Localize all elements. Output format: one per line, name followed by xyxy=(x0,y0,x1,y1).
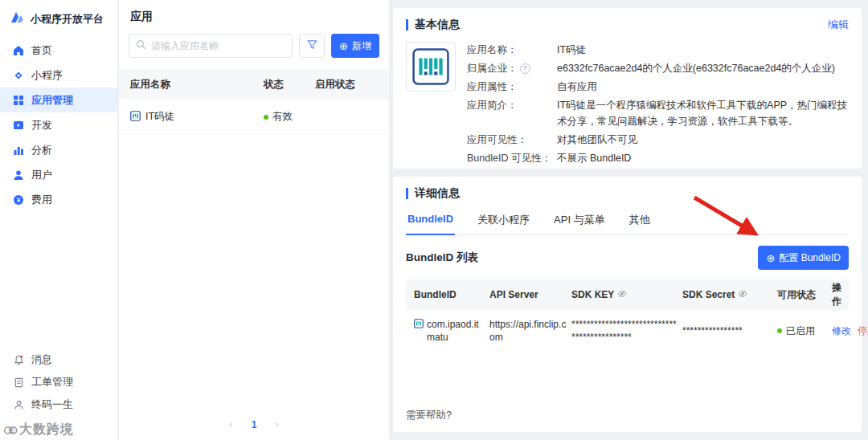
pagination: ‹ 1 › xyxy=(119,419,389,430)
configure-bundleid-button-label: 配置 BundleID xyxy=(779,251,841,265)
app-status: 有效 xyxy=(272,110,293,124)
tab-other[interactable]: 其他 xyxy=(628,209,652,234)
platform-name: 小程序开放平台 xyxy=(31,12,104,26)
app-search-input[interactable] xyxy=(151,40,285,51)
platform-logo: 小程序开放平台 xyxy=(0,0,117,38)
person-icon xyxy=(13,399,24,410)
sidebar-item-miniprogram[interactable]: 小程序 xyxy=(0,63,117,88)
column-sdk-key: SDK KEY xyxy=(571,289,678,301)
column-available-status: 可用状态 xyxy=(777,288,827,302)
dev-icon xyxy=(13,120,24,131)
edit-link[interactable]: 编辑 xyxy=(828,18,849,32)
sidebar-item-messages[interactable]: 消息 xyxy=(0,348,117,371)
sidebar-item-label: 费用 xyxy=(31,193,52,207)
bell-icon xyxy=(13,354,24,365)
pagination-page-1[interactable]: 1 xyxy=(252,419,257,430)
app-table-row[interactable]: IT码徒 有效 xyxy=(119,100,389,135)
bundleid-list-title: BundleID 列表 xyxy=(406,251,478,265)
sidebar-bottom-menu: 消息 工单管理 终码一生 xyxy=(0,348,117,416)
add-app-button-label: 新增 xyxy=(352,39,371,53)
tab-bundleid[interactable]: BundleID xyxy=(406,209,455,235)
watermark-text: 大数跨境 xyxy=(19,422,74,438)
status-dot xyxy=(264,115,268,120)
filter-button[interactable] xyxy=(299,34,325,58)
detail-panel: 基本信息 编辑 xyxy=(393,0,862,440)
sidebar-item-label: 分析 xyxy=(31,143,52,157)
column-api-server: API Server xyxy=(489,289,567,300)
app-list-panel: 应用 ⊕ 新增 应用名称 状态 启用状态 xyxy=(119,0,389,440)
sidebar-item-app-management[interactable]: 应用管理 xyxy=(0,88,117,112)
sdk-secret-value: **************** xyxy=(682,324,772,337)
panel-title: 应用 xyxy=(119,0,389,29)
field-label-desc: 应用简介： xyxy=(467,97,554,113)
sidebar-item-zhongma[interactable]: 终码一生 xyxy=(0,393,117,416)
basic-info-fields: 应用名称： IT码徒 归属企业：? e6332fc76acae2d4的个人企业(… xyxy=(467,42,849,169)
field-label-attr: 应用属性： xyxy=(467,79,554,95)
section-bar xyxy=(406,188,408,199)
eye-off-icon[interactable] xyxy=(738,289,747,301)
tab-linked-miniprogram[interactable]: 关联小程序 xyxy=(476,209,531,234)
basic-info-title: 基本信息 xyxy=(415,18,460,32)
sidebar-item-users[interactable]: 用户 xyxy=(0,162,117,187)
screen: 小程序开放平台 首页 小程序 应用管理 xyxy=(0,0,868,440)
column-sdk-secret: SDK Secret xyxy=(682,289,772,301)
configure-bundleid-button[interactable]: ⊕ 配置 BundleID xyxy=(758,246,849,270)
billing-icon: ¥ xyxy=(13,194,24,206)
app-logo xyxy=(406,42,456,92)
field-value-attr: 自有应用 xyxy=(557,79,597,95)
sidebar-item-dev[interactable]: 开发 xyxy=(0,112,117,137)
detail-info-title: 详细信息 xyxy=(415,186,460,201)
watermark-logo: 大数跨境 xyxy=(3,422,74,438)
column-app-name: 应用名称 xyxy=(130,78,264,92)
sidebar-item-label: 应用管理 xyxy=(31,93,73,108)
sdk-key-value: ****************************************… xyxy=(571,318,678,344)
svg-text:¥: ¥ xyxy=(16,196,21,204)
sidebar-item-label: 消息 xyxy=(31,352,52,367)
status-dot xyxy=(777,328,782,333)
field-label-bundle-visibility: BundleID 可见性： xyxy=(467,150,554,166)
bundleid-value: com.ipaod.itmatu xyxy=(427,318,485,344)
app-search-box[interactable] xyxy=(129,34,293,58)
app-name: IT码徒 xyxy=(145,110,174,124)
basic-info-title-row: 基本信息 xyxy=(406,18,460,32)
home-icon xyxy=(13,45,24,56)
add-app-button[interactable]: ⊕ 新增 xyxy=(331,34,379,58)
bundle-mini-icon xyxy=(414,319,424,332)
search-icon xyxy=(136,39,146,52)
field-label-visibility: 应用可见性： xyxy=(467,132,554,148)
detail-info-title-row: 详细信息 xyxy=(406,186,849,201)
sidebar-item-label: 小程序 xyxy=(31,68,63,83)
api-server-value: https://api.finclip.com xyxy=(489,318,567,344)
sidebar-item-tickets[interactable]: 工单管理 xyxy=(0,371,117,393)
user-icon xyxy=(13,169,24,181)
detail-tabs: BundleID 关联小程序 API 与菜单 其他 xyxy=(406,209,849,235)
plus-circle-icon: ⊕ xyxy=(766,253,775,263)
chart-icon xyxy=(13,145,24,156)
pagination-prev[interactable]: ‹ xyxy=(229,419,232,430)
basic-info-card: 基本信息 编辑 xyxy=(393,8,862,169)
sidebar-item-label: 工单管理 xyxy=(31,375,73,389)
pagination-next[interactable]: › xyxy=(276,419,279,430)
sidebar-item-label: 终码一生 xyxy=(31,397,73,412)
sidebar: 小程序开放平台 首页 小程序 应用管理 xyxy=(0,0,118,440)
field-label-company: 归属企业：? xyxy=(467,60,554,76)
sidebar-item-analytics[interactable]: 分析 xyxy=(0,137,117,162)
action-edit-link[interactable]: 修改 xyxy=(832,324,851,338)
app-mini-icon xyxy=(130,111,141,124)
tab-api-menu[interactable]: API 与菜单 xyxy=(552,209,607,234)
apps-grid-icon xyxy=(13,95,24,106)
filter-funnel-icon xyxy=(307,39,317,52)
column-bundleid: BundleID xyxy=(414,289,485,300)
platform-logo-icon xyxy=(10,10,26,28)
miniprogram-icon xyxy=(13,70,24,81)
help-question-icon[interactable]: ? xyxy=(520,63,530,74)
app-list-toolbar: ⊕ 新增 xyxy=(119,29,389,66)
sidebar-item-home[interactable]: 首页 xyxy=(0,38,117,63)
sidebar-item-billing[interactable]: ¥ 费用 xyxy=(0,187,117,212)
bundleid-table-header: BundleID API Server SDK KEY SDK Secret 可… xyxy=(406,279,849,310)
help-link[interactable]: 需要帮助? xyxy=(406,409,452,422)
eye-off-icon[interactable] xyxy=(617,289,627,301)
watermark-icon xyxy=(3,423,18,438)
action-disable-link[interactable]: 停用 xyxy=(858,324,868,338)
field-value-company: e6332fc76acae2d4的个人企业(e6332fc76acae2d4的个… xyxy=(557,60,835,76)
